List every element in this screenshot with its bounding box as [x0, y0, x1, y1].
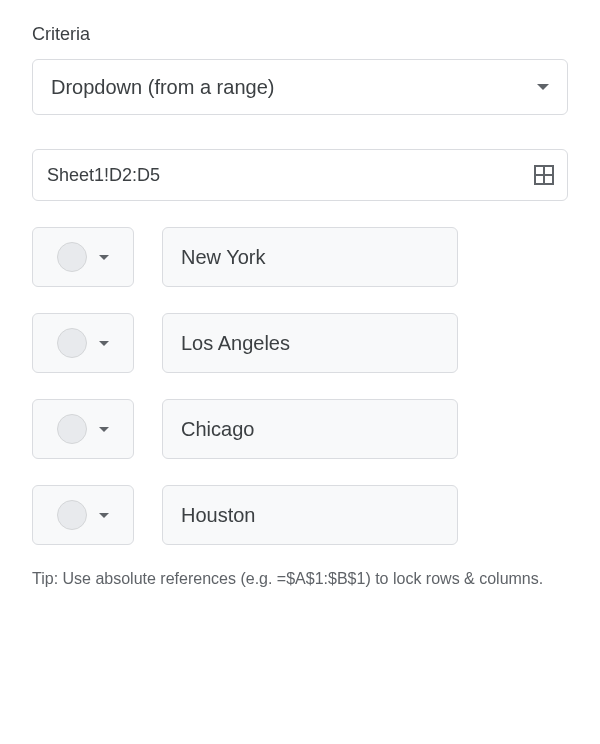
color-picker[interactable]: [32, 485, 134, 545]
color-picker[interactable]: [32, 227, 134, 287]
color-picker[interactable]: [32, 313, 134, 373]
option-row: Houston: [32, 485, 568, 545]
criteria-type-dropdown[interactable]: Dropdown (from a range): [32, 59, 568, 115]
option-label: Houston: [181, 504, 256, 527]
option-label: Los Angeles: [181, 332, 290, 355]
chevron-down-icon: [99, 255, 109, 260]
criteria-section-label: Criteria: [32, 24, 568, 45]
tip-text: Tip: Use absolute references (e.g. =$A$1…: [32, 567, 568, 591]
option-row: Chicago: [32, 399, 568, 459]
criteria-type-value: Dropdown (from a range): [51, 76, 274, 99]
range-input[interactable]: [47, 165, 533, 186]
option-row: Los Angeles: [32, 313, 568, 373]
color-swatch-icon: [57, 414, 87, 444]
option-value[interactable]: Chicago: [162, 399, 458, 459]
chevron-down-icon: [99, 513, 109, 518]
chevron-down-icon: [537, 84, 549, 90]
option-row: New York: [32, 227, 568, 287]
option-value[interactable]: New York: [162, 227, 458, 287]
color-swatch-icon: [57, 242, 87, 272]
option-value[interactable]: Los Angeles: [162, 313, 458, 373]
color-swatch-icon: [57, 500, 87, 530]
chevron-down-icon: [99, 427, 109, 432]
color-picker[interactable]: [32, 399, 134, 459]
option-label: Chicago: [181, 418, 254, 441]
color-swatch-icon: [57, 328, 87, 358]
option-label: New York: [181, 246, 266, 269]
option-value[interactable]: Houston: [162, 485, 458, 545]
chevron-down-icon: [99, 341, 109, 346]
grid-selector-icon[interactable]: [533, 164, 555, 186]
range-input-container: [32, 149, 568, 201]
